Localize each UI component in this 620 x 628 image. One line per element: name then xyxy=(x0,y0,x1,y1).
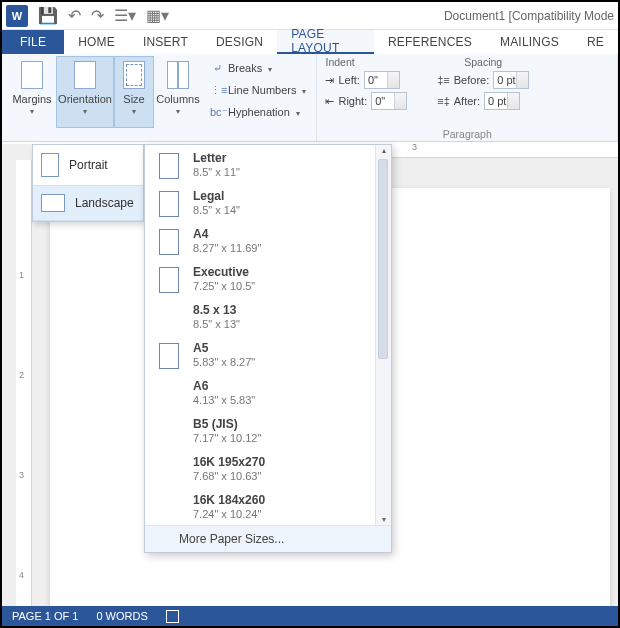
size-option[interactable]: A55.83" x 8.27" xyxy=(145,335,391,373)
size-dimensions: 7.68" x 10.63" xyxy=(193,470,265,482)
page-size-icon xyxy=(159,305,179,331)
portrait-icon xyxy=(41,153,59,177)
size-menu: Letter8.5" x 11"Legal8.5" x 14"A48.27" x… xyxy=(144,144,392,553)
margins-label: Margins xyxy=(12,93,51,105)
scrollbar-thumb[interactable] xyxy=(378,159,388,359)
size-name: B5 (JIS) xyxy=(193,417,261,431)
line-numbers-button[interactable]: ⋮≡Line Numbers▾ xyxy=(206,80,310,100)
breaks-button[interactable]: ⤶Breaks▾ xyxy=(206,58,310,78)
hyphenation-label: Hyphenation xyxy=(228,106,290,118)
page-size-icon xyxy=(159,495,179,521)
size-option[interactable]: Legal8.5" x 14" xyxy=(145,183,391,221)
page-size-icon xyxy=(159,229,179,255)
tab-home[interactable]: HOME xyxy=(64,30,129,54)
paragraph-caption: Paragraph xyxy=(317,128,617,140)
page-setup-small: ⤶Breaks▾ ⋮≡Line Numbers▾ bc⁻Hyphenation▾ xyxy=(206,56,310,122)
ruler-v-tick: 2 xyxy=(19,370,24,380)
orientation-landscape[interactable]: Landscape xyxy=(33,185,143,221)
spacing-after-icon: ≡‡ xyxy=(437,95,450,107)
size-name: 8.5 x 13 xyxy=(193,303,240,317)
spacing-before-icon: ‡≡ xyxy=(437,74,450,86)
chevron-down-icon: ▾ xyxy=(30,107,34,116)
breaks-icon: ⤶ xyxy=(210,62,224,75)
undo-icon[interactable]: ↶ xyxy=(68,6,81,25)
chevron-down-icon: ▾ xyxy=(83,107,87,116)
chevron-down-icon: ▾ xyxy=(176,107,180,116)
page-size-icon xyxy=(159,343,179,369)
ruler-vertical[interactable]: 1 2 3 4 xyxy=(16,160,32,606)
spacing-before-label: Before: xyxy=(454,74,489,86)
grid-icon[interactable]: ▦▾ xyxy=(146,6,169,25)
tab-insert[interactable]: INSERT xyxy=(129,30,202,54)
page-setup-group: Margins ▾ Orientation ▾ Size ▾ Columns ▾… xyxy=(2,54,317,141)
tab-file[interactable]: FILE xyxy=(2,30,64,54)
size-label: Size xyxy=(123,93,144,105)
tab-references[interactable]: REFERENCES xyxy=(374,30,486,54)
indent-right-input[interactable]: 0" xyxy=(371,92,407,110)
columns-label: Columns xyxy=(156,93,199,105)
size-dimensions: 5.83" x 8.27" xyxy=(193,356,255,368)
tab-design[interactable]: DESIGN xyxy=(202,30,277,54)
size-option[interactable]: 8.5 x 138.5" x 13" xyxy=(145,297,391,335)
ruler-v-tick: 4 xyxy=(19,570,24,580)
more-paper-sizes[interactable]: More Paper Sizes... xyxy=(145,525,391,552)
size-name: Executive xyxy=(193,265,255,279)
orientation-portrait[interactable]: Portrait xyxy=(33,145,143,185)
status-page[interactable]: PAGE 1 OF 1 xyxy=(12,610,78,622)
scrollbar[interactable]: ▴ ▾ xyxy=(375,145,391,525)
quick-access-toolbar: 💾 ↶ ↷ ☰▾ ▦▾ xyxy=(38,6,169,25)
size-option[interactable]: B5 (JIS)7.17" x 10.12" xyxy=(145,411,391,449)
landscape-icon xyxy=(41,194,65,212)
ruler-v-tick: 3 xyxy=(19,470,24,480)
title-bar: W 💾 ↶ ↷ ☰▾ ▦▾ Document1 [Compatibility M… xyxy=(2,2,618,30)
size-dimensions: 8.27" x 11.69" xyxy=(193,242,261,254)
size-option[interactable]: 16K 184x2607.24" x 10.24" xyxy=(145,487,391,525)
size-name: A5 xyxy=(193,341,255,355)
word-app-icon: W xyxy=(6,5,28,27)
scroll-up-icon[interactable]: ▴ xyxy=(376,146,391,155)
columns-button[interactable]: Columns ▾ xyxy=(154,56,202,128)
size-dimensions: 8.5" x 13" xyxy=(193,318,240,330)
portrait-label: Portrait xyxy=(69,158,108,172)
save-icon[interactable]: 💾 xyxy=(38,6,58,25)
scroll-down-icon[interactable]: ▾ xyxy=(376,515,391,524)
status-book-icon[interactable] xyxy=(166,610,179,623)
size-name: Letter xyxy=(193,151,240,165)
page-size-icon xyxy=(159,381,179,407)
size-dimensions: 7.17" x 10.12" xyxy=(193,432,261,444)
size-dimensions: 8.5" x 14" xyxy=(193,204,240,216)
status-words[interactable]: 0 WORDS xyxy=(96,610,147,622)
list-icon[interactable]: ☰▾ xyxy=(114,6,136,25)
spacing-after-input[interactable]: 0 pt xyxy=(484,92,520,110)
indent-left-input[interactable]: 0" xyxy=(364,71,400,89)
size-dimensions: 8.5" x 11" xyxy=(193,166,240,178)
size-option[interactable]: Executive7.25" x 10.5" xyxy=(145,259,391,297)
spacing-before-input[interactable]: 0 pt xyxy=(493,71,529,89)
tab-mailings[interactable]: MAILINGS xyxy=(486,30,573,54)
spacing-title: Spacing xyxy=(437,56,529,68)
size-option[interactable]: A48.27" x 11.69" xyxy=(145,221,391,259)
orientation-menu: Portrait Landscape xyxy=(32,144,144,222)
size-name: 16K 184x260 xyxy=(193,493,265,507)
tab-page-layout[interactable]: PAGE LAYOUT xyxy=(277,30,374,54)
landscape-label: Landscape xyxy=(75,196,134,210)
size-option[interactable]: 16K 195x2707.68" x 10.63" xyxy=(145,449,391,487)
redo-icon[interactable]: ↷ xyxy=(91,6,104,25)
page-size-icon xyxy=(159,267,179,293)
page-size-icon xyxy=(159,457,179,483)
indent-block: Indent ⇥Left:0" ⇤Right:0" xyxy=(325,56,407,110)
size-name: 16K 195x270 xyxy=(193,455,265,469)
size-name: Legal xyxy=(193,189,240,203)
indent-title: Indent xyxy=(325,56,407,68)
hyphenation-button[interactable]: bc⁻Hyphenation▾ xyxy=(206,102,310,122)
orientation-button[interactable]: Orientation ▾ xyxy=(56,56,114,128)
size-option[interactable]: Letter8.5" x 11" xyxy=(145,145,391,183)
paragraph-group: Indent ⇥Left:0" ⇤Right:0" Spacing ‡≡Befo… xyxy=(317,54,618,141)
ribbon: Margins ▾ Orientation ▾ Size ▾ Columns ▾… xyxy=(2,54,618,142)
size-dimensions: 7.24" x 10.24" xyxy=(193,508,265,520)
tab-review[interactable]: RE xyxy=(573,30,618,54)
size-button[interactable]: Size ▾ xyxy=(114,56,154,128)
indent-right-icon: ⇤ xyxy=(325,95,334,108)
margins-button[interactable]: Margins ▾ xyxy=(8,56,56,128)
size-option[interactable]: A64.13" x 5.83" xyxy=(145,373,391,411)
